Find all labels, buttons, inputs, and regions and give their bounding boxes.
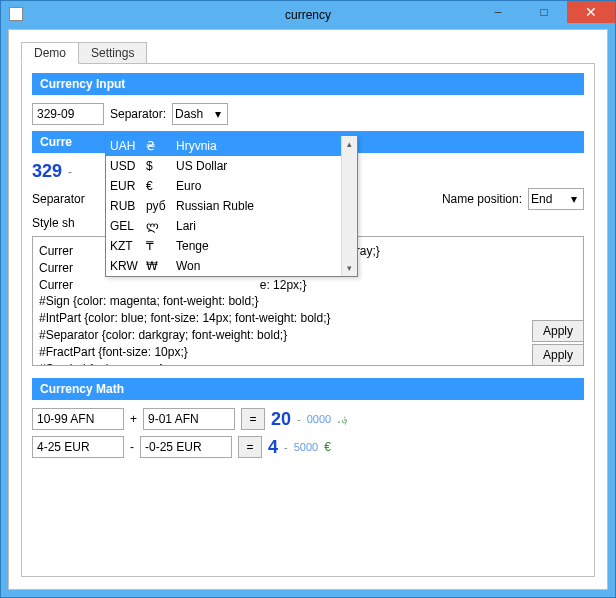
dropdown-item-krw[interactable]: KRW₩Won — [106, 256, 357, 276]
result1-sep: - — [297, 413, 301, 425]
dropdown-item-rub[interactable]: RUBрубRussian Ruble — [106, 196, 357, 216]
dropdown-item-gel[interactable]: GELლLari — [106, 216, 357, 236]
currency-input-row: Separator: Dash ▾ UAH ₴ Hryvnia USD$US D… — [32, 103, 584, 125]
client-area: Demo Settings Currency Input Separator: … — [8, 29, 608, 590]
result2-sep: - — [284, 441, 288, 453]
window-controls: – □ ✕ — [475, 1, 615, 23]
separator-label: Separator: — [110, 107, 166, 121]
window-title: currency — [285, 8, 331, 22]
dropdown-item-eur[interactable]: EUR€Euro — [106, 176, 357, 196]
section-currency-math: Currency Math + = 20 - 0000 .؋ - = 4 — [32, 378, 584, 458]
chevron-down-icon: ▾ — [567, 192, 581, 206]
equals-button-1[interactable]: = — [241, 408, 265, 430]
dropdown-item-kzt[interactable]: KZT₸Tenge — [106, 236, 357, 256]
app-icon — [9, 7, 23, 21]
math-row-2: - = 4 - 5000 € — [32, 436, 584, 458]
apply-button[interactable]: Apply — [532, 344, 584, 366]
sep-row-label: Separator — [32, 192, 85, 206]
titlebar[interactable]: currency – □ ✕ — [1, 1, 615, 29]
math-op1: + — [130, 412, 137, 426]
math-op2: - — [130, 440, 134, 454]
result1-frac: 0000 — [307, 413, 331, 425]
dropdown-item-uah[interactable]: UAH ₴ Hryvnia — [106, 136, 357, 156]
math-a2-input[interactable] — [32, 436, 124, 458]
scroll-down-icon[interactable]: ▾ — [342, 260, 357, 276]
result1-symbol: .؋ — [337, 412, 347, 426]
apply-button[interactable]: Apply — [532, 320, 584, 342]
dropdown-scrollbar[interactable]: ▴ ▾ — [341, 136, 357, 276]
section-currency-input-header: Currency Input — [32, 73, 584, 95]
chevron-down-icon: ▾ — [211, 107, 225, 121]
close-button[interactable]: ✕ — [567, 1, 615, 23]
name-position-label: Name position: — [442, 192, 522, 206]
result1-int: 20 — [271, 409, 291, 430]
tab-settings[interactable]: Settings — [78, 42, 147, 63]
result2-symbol: € — [324, 440, 331, 454]
scroll-up-icon[interactable]: ▴ — [342, 136, 357, 152]
tab-demo[interactable]: Demo — [21, 42, 79, 64]
demo-panel: Currency Input Separator: Dash ▾ UAH ₴ H… — [21, 63, 595, 577]
display-int: 329 — [32, 161, 62, 182]
currency-value-input[interactable] — [32, 103, 104, 125]
equals-button-2[interactable]: = — [238, 436, 262, 458]
section-currency-math-header: Currency Math — [32, 378, 584, 400]
dropdown-item-usd[interactable]: USD$US Dollar — [106, 156, 357, 176]
separator-select-value: Dash — [175, 107, 203, 121]
maximize-button[interactable]: □ — [521, 1, 567, 23]
minimize-button[interactable]: – — [475, 1, 521, 23]
math-row-1: + = 20 - 0000 .؋ — [32, 408, 584, 430]
math-a1-input[interactable] — [32, 408, 124, 430]
style-sheet-label: Style sh — [32, 216, 75, 230]
window-frame: currency – □ ✕ Demo Settings Currency In… — [0, 0, 616, 598]
result2-int: 4 — [268, 437, 278, 458]
name-position-select[interactable]: End ▾ — [528, 188, 584, 210]
result2-frac: 5000 — [294, 441, 318, 453]
currency-dropdown[interactable]: UAH ₴ Hryvnia USD$US Dollar EUR€Euro RUB… — [105, 135, 358, 277]
math-b2-input[interactable] — [140, 436, 232, 458]
tab-strip: Demo Settings — [21, 42, 595, 64]
separator-select[interactable]: Dash ▾ — [172, 103, 228, 125]
math-b1-input[interactable] — [143, 408, 235, 430]
